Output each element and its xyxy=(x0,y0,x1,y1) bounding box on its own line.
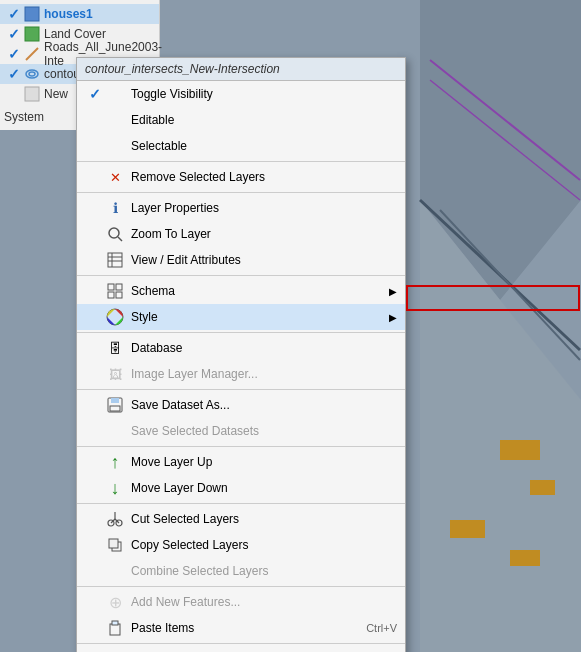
layer-checkbox-contour: ✓ xyxy=(4,66,24,82)
menu-label-zoom-to-layer: Zoom To Layer xyxy=(131,227,397,241)
menu-check-toggle: ✓ xyxy=(85,86,105,102)
svg-point-15 xyxy=(29,72,35,76)
menu-label-view-edit-attrs: View / Edit Attributes xyxy=(131,253,397,267)
svg-point-17 xyxy=(109,228,119,238)
menu-item-save-selected[interactable]: Save Selected Datasets xyxy=(77,418,405,444)
menu-label-move-down: Move Layer Down xyxy=(131,481,397,495)
save-selected-icon xyxy=(105,421,125,441)
menu-item-layer-properties[interactable]: ℹ Layer Properties xyxy=(77,195,405,221)
separator-5 xyxy=(77,389,405,390)
cut-layers-icon xyxy=(105,509,125,529)
svg-line-18 xyxy=(118,237,122,241)
menu-item-selectable[interactable]: Selectable xyxy=(77,133,405,159)
separator-3 xyxy=(77,275,405,276)
svg-rect-38 xyxy=(110,624,120,635)
svg-rect-6 xyxy=(510,550,540,566)
separator-8 xyxy=(77,586,405,587)
svg-rect-12 xyxy=(25,27,39,41)
move-up-icon: ↑ xyxy=(105,452,125,472)
toggle-visibility-icon xyxy=(105,84,125,104)
menu-label-layer-properties: Layer Properties xyxy=(131,201,397,215)
menu-item-database[interactable]: 🗄 Database xyxy=(77,335,405,361)
svg-point-14 xyxy=(26,70,38,78)
layer-checkbox-landcover: ✓ xyxy=(4,26,24,42)
schema-icon xyxy=(105,281,125,301)
layer-label-landcover: Land Cover xyxy=(44,27,106,41)
save-dataset-icon xyxy=(105,395,125,415)
menu-item-combine-layers[interactable]: Combine Selected Layers xyxy=(77,558,405,584)
menu-label-save-dataset: Save Dataset As... xyxy=(131,398,397,412)
menu-label-paste-items: Paste Items xyxy=(131,621,358,635)
layer-icon-houses1 xyxy=(24,6,40,22)
svg-rect-37 xyxy=(109,539,118,548)
menu-label-remove-layers: Remove Selected Layers xyxy=(131,170,397,184)
svg-rect-19 xyxy=(108,253,122,267)
image-layer-mgr-icon: 🖼 xyxy=(105,364,125,384)
menu-label-schema: Schema xyxy=(131,284,385,298)
svg-line-13 xyxy=(26,48,38,60)
menu-item-toggle-visibility[interactable]: ✓ Toggle Visibility xyxy=(77,81,405,107)
menu-item-copy-layers[interactable]: Copy Selected Layers xyxy=(77,532,405,558)
layer-label-houses1: houses1 xyxy=(44,7,93,21)
menu-item-style[interactable]: Style ▶ xyxy=(77,304,405,330)
menu-label-image-layer-mgr: Image Layer Manager... xyxy=(131,367,397,381)
layer-icon-roads xyxy=(24,46,40,62)
menu-item-remove-layers[interactable]: ✕ Remove Selected Layers xyxy=(77,164,405,190)
menu-label-add-features: Add New Features... xyxy=(131,595,397,609)
svg-rect-30 xyxy=(110,406,120,411)
menu-item-paste-items[interactable]: Paste Items Ctrl+V xyxy=(77,615,405,641)
layer-icon-contour xyxy=(24,66,40,82)
svg-rect-23 xyxy=(108,284,114,290)
copy-layers-icon xyxy=(105,535,125,555)
schema-arrow: ▶ xyxy=(389,286,397,297)
separator-9 xyxy=(77,643,405,644)
selectable-icon xyxy=(105,136,125,156)
layer-item-houses1[interactable]: ✓ houses1 xyxy=(0,4,159,24)
separator-7 xyxy=(77,503,405,504)
svg-rect-25 xyxy=(108,292,114,298)
layer-checkbox-houses1: ✓ xyxy=(4,6,24,22)
separator-2 xyxy=(77,192,405,193)
menu-item-delete-features[interactable]: Delete All Features xyxy=(77,646,405,652)
svg-rect-16 xyxy=(25,87,39,101)
menu-item-schema[interactable]: Schema ▶ xyxy=(77,278,405,304)
database-icon: 🗄 xyxy=(105,338,125,358)
menu-item-cut-layers[interactable]: Cut Selected Layers xyxy=(77,506,405,532)
layer-label-new: New xyxy=(44,87,68,101)
menu-label-style: Style xyxy=(131,310,385,324)
menu-label-database: Database xyxy=(131,341,397,355)
combine-layers-icon xyxy=(105,561,125,581)
view-edit-attrs-icon xyxy=(105,250,125,270)
editable-icon xyxy=(105,110,125,130)
menu-label-editable: Editable xyxy=(131,113,397,127)
menu-item-image-layer-mgr[interactable]: 🖼 Image Layer Manager... xyxy=(77,361,405,387)
layer-icon-landcover xyxy=(24,26,40,42)
svg-rect-3 xyxy=(500,440,540,460)
context-menu-title: contour_intersects_New-Intersection xyxy=(77,58,405,81)
svg-rect-5 xyxy=(450,520,485,538)
menu-item-zoom-to-layer[interactable]: Zoom To Layer xyxy=(77,221,405,247)
menu-item-editable[interactable]: Editable xyxy=(77,107,405,133)
menu-item-move-down[interactable]: ↓ Move Layer Down xyxy=(77,475,405,501)
context-menu: contour_intersects_New-Intersection ✓ To… xyxy=(76,57,406,652)
menu-item-view-edit-attrs[interactable]: View / Edit Attributes xyxy=(77,247,405,273)
svg-rect-24 xyxy=(116,284,122,290)
paste-shortcut: Ctrl+V xyxy=(366,622,397,634)
remove-layers-icon: ✕ xyxy=(105,167,125,187)
menu-label-selectable: Selectable xyxy=(131,139,397,153)
separator-4 xyxy=(77,332,405,333)
menu-item-add-features[interactable]: ⊕ Add New Features... xyxy=(77,589,405,615)
menu-label-combine-layers: Combine Selected Layers xyxy=(131,564,397,578)
svg-rect-29 xyxy=(111,398,119,403)
menu-item-move-up[interactable]: ↑ Move Layer Up xyxy=(77,449,405,475)
paste-items-icon xyxy=(105,618,125,638)
svg-rect-39 xyxy=(112,621,118,625)
menu-label-move-up: Move Layer Up xyxy=(131,455,397,469)
menu-item-save-dataset[interactable]: Save Dataset As... xyxy=(77,392,405,418)
menu-label-cut-layers: Cut Selected Layers xyxy=(131,512,397,526)
add-features-icon: ⊕ xyxy=(105,592,125,612)
menu-label-toggle-visibility: Toggle Visibility xyxy=(131,87,397,101)
layer-icon-new xyxy=(24,86,40,102)
style-icon xyxy=(105,307,125,327)
separator-6 xyxy=(77,446,405,447)
